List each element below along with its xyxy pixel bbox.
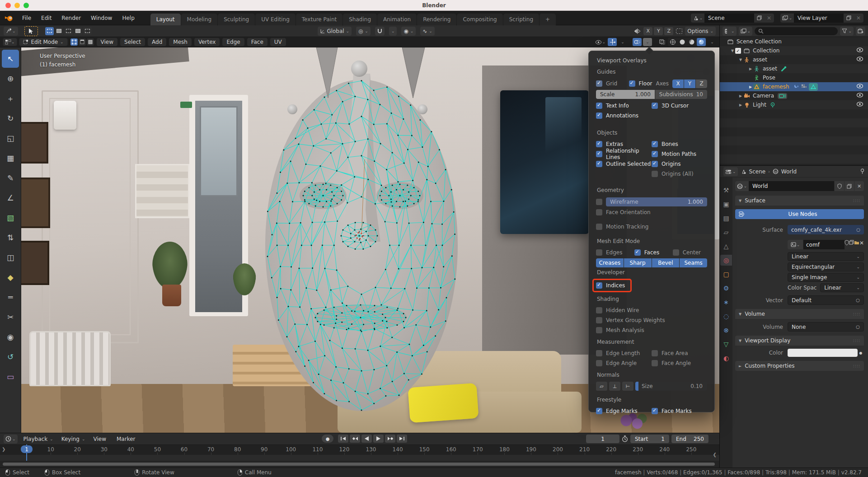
tool-button-extrude[interactable]: ⇅ <box>2 229 19 247</box>
expand-arrow-icon[interactable]: ▼ <box>738 58 743 62</box>
animate-dot[interactable]: ● <box>858 351 864 355</box>
current-frame-field[interactable]: 1 <box>586 435 619 443</box>
tool-button-rotate[interactable]: ↻ <box>2 109 19 127</box>
vertex-normals-icon[interactable]: ▱ <box>596 382 607 391</box>
world-color-swatch[interactable] <box>788 349 858 357</box>
start-frame-field[interactable]: Start1 <box>630 435 669 443</box>
normals-size-slider[interactable]: Size0.10 <box>635 382 707 391</box>
scene-icon[interactable]: ⌄ <box>691 14 704 23</box>
axis-x-toggle[interactable]: X <box>672 80 684 88</box>
tool-button-poly-build[interactable]: ◉ <box>2 328 19 346</box>
workspace-tab[interactable]: Scripting <box>503 14 539 25</box>
creases-toggle[interactable]: Creases <box>596 258 624 267</box>
gizmos-toggle[interactable] <box>608 38 617 46</box>
shading-dropdown[interactable]: ⌄ <box>708 38 717 46</box>
tool-button-scale[interactable]: ◱ <box>2 129 19 147</box>
main-menu-item[interactable]: Render <box>56 13 86 23</box>
main-menu-item[interactable]: Help <box>117 13 139 23</box>
material-shading-icon[interactable] <box>687 38 696 46</box>
wireframe-shading-icon[interactable] <box>668 38 677 46</box>
solid-shading-icon[interactable] <box>678 38 687 46</box>
select-extend-icon[interactable] <box>55 27 63 35</box>
workspace-tab[interactable]: Shading <box>343 14 377 25</box>
collapse-right-icon[interactable]: ❮ <box>713 452 717 457</box>
close-window-button[interactable] <box>5 3 11 8</box>
surface-section-header[interactable]: ▼Surface:::: <box>735 196 864 206</box>
gizmos-dropdown[interactable]: ⌄ <box>618 38 627 46</box>
rendered-shading-icon[interactable] <box>697 38 706 46</box>
object-visibility-dropdown[interactable]: ⌄ <box>594 38 606 46</box>
checkbox-wireframe[interactable] <box>596 197 602 207</box>
collection-checkbox[interactable]: ✓ <box>735 48 741 54</box>
checkbox[interactable] <box>652 360 658 366</box>
checkbox-3d-cursor[interactable]: 3D Cursor <box>652 101 707 111</box>
checkbox[interactable] <box>629 80 635 87</box>
properties-tab-scene[interactable]: △ <box>720 241 732 252</box>
tool-button-measure[interactable]: ∠ <box>2 189 19 207</box>
world-browse-icon[interactable]: ⌄ <box>735 181 749 191</box>
record-button[interactable]: ● <box>322 435 333 443</box>
volume-value-button[interactable]: None○ <box>788 322 864 332</box>
expand-left-icon[interactable]: ❯ <box>2 447 5 452</box>
tool-button-bevel[interactable]: ◆ <box>2 268 19 286</box>
overlays-dropdown[interactable]: ⌄ <box>643 38 652 46</box>
tool-button-knife[interactable]: ✂ <box>2 308 19 326</box>
properties-tab-tool[interactable]: ⚒ <box>720 185 732 196</box>
checkbox-motion-tracking[interactable]: Motion Tracking <box>596 222 707 232</box>
properties-tab-world[interactable]: ◎ <box>720 255 732 266</box>
checkbox-bones[interactable]: Bones <box>652 139 707 149</box>
viewport-menu-item[interactable]: UV <box>270 38 286 46</box>
main-menu-item[interactable]: Edit <box>36 13 56 23</box>
select-intersect-icon[interactable] <box>83 27 92 35</box>
timeline-ruler[interactable]: 1102030405060708090100110120130140150160… <box>0 444 719 455</box>
workspace-tab[interactable]: + <box>540 14 556 25</box>
outliner-row-light[interactable]: ▶ Light <box>720 100 868 109</box>
interpolation-dropdown[interactable]: Linear⌄ <box>788 252 864 261</box>
properties-tab-object[interactable]: ▢ <box>720 269 732 280</box>
falloff-dropdown[interactable]: ∿ ⌄ <box>420 27 434 36</box>
timeline-menu-item[interactable]: Keying⌄ <box>57 435 89 443</box>
outliner-row-armature[interactable]: ▼ asset <box>720 55 868 64</box>
use-nodes-button[interactable]: Use Nodes <box>735 209 864 219</box>
workspace-tab[interactable]: Layout <box>150 14 181 25</box>
timeline-menu-item[interactable]: Marker <box>113 435 141 443</box>
tool-button-inset[interactable]: ◫ <box>2 248 19 267</box>
split-normals-icon[interactable]: ⊥ <box>609 382 620 391</box>
viewport-menu-item[interactable]: Select <box>120 38 145 46</box>
face-select-icon[interactable] <box>87 38 94 46</box>
properties-tab-modifiers[interactable]: ⚙ <box>720 283 732 294</box>
active-tool-select-box[interactable] <box>24 26 38 36</box>
checkbox[interactable] <box>596 327 602 333</box>
viewport-display-section-header[interactable]: ▼Viewport Display:::: <box>735 336 864 346</box>
workspace-tab[interactable]: Rendering <box>417 14 456 25</box>
workspace-tab[interactable]: Modeling <box>181 14 218 25</box>
scene-name-field[interactable]: Scene <box>704 14 754 23</box>
checkbox-face-area[interactable]: Face Area <box>652 348 707 358</box>
stopwatch-icon[interactable] <box>622 435 628 442</box>
mirror-axis-button[interactable]: X <box>643 27 652 35</box>
checkbox-edge-angle[interactable]: Edge Angle <box>596 358 652 368</box>
checkbox-center[interactable]: Center <box>673 248 707 257</box>
active-tool-dropdown[interactable]: ⌄ <box>4 27 18 36</box>
checkbox[interactable] <box>596 282 602 289</box>
xray-toggle[interactable] <box>657 38 666 46</box>
checkbox-face-marks[interactable]: Face Marks <box>652 406 707 416</box>
scrollbar-handle[interactable] <box>3 463 715 466</box>
checkbox-edge-marks[interactable]: Edge Marks <box>596 406 652 416</box>
checkbox[interactable] <box>596 360 602 366</box>
checkbox-outline-selected[interactable]: Outline Selected <box>596 159 652 169</box>
checkbox[interactable] <box>634 249 641 256</box>
workspace-tab[interactable]: Texture Paint <box>296 14 343 25</box>
snap-magnet-icon[interactable] <box>375 27 385 36</box>
previous-keyframe-button[interactable] <box>350 435 360 443</box>
hide-icon[interactable] <box>856 93 863 99</box>
tool-button-spin[interactable]: ↺ <box>2 348 19 366</box>
seams-toggle[interactable]: Seams <box>680 258 707 267</box>
hide-icon[interactable] <box>856 56 863 63</box>
checkbox[interactable] <box>652 408 658 414</box>
edge-select-icon[interactable] <box>79 38 86 46</box>
checkbox-origins[interactable]: Origins <box>652 159 707 169</box>
checkbox[interactable] <box>596 141 602 147</box>
current-frame-badge[interactable]: 1 <box>21 445 33 453</box>
source-dropdown[interactable]: Single Image⌄ <box>788 273 864 282</box>
